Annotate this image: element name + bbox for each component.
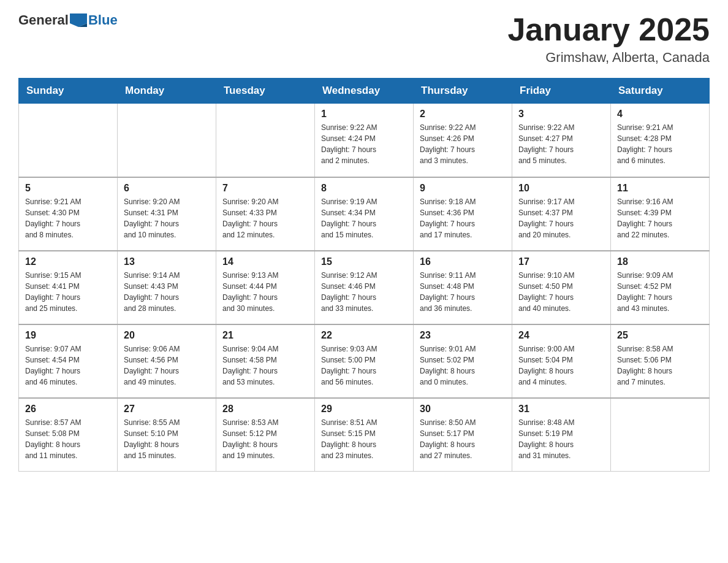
- day-number: 31: [518, 404, 604, 415]
- day-info: Sunrise: 9:20 AMSunset: 4:33 PMDaylight:…: [222, 196, 308, 240]
- calendar-day-cell: 14Sunrise: 9:13 AMSunset: 4:44 PMDayligh…: [216, 251, 315, 324]
- day-info: Sunrise: 9:22 AMSunset: 4:24 PMDaylight:…: [321, 122, 407, 166]
- day-info: Sunrise: 9:09 AMSunset: 4:52 PMDaylight:…: [617, 270, 703, 314]
- day-number: 6: [124, 183, 210, 194]
- month-title: January 2025: [507, 12, 710, 47]
- calendar-day-cell: 7Sunrise: 9:20 AMSunset: 4:33 PMDaylight…: [216, 177, 315, 251]
- calendar-day-cell: 12Sunrise: 9:15 AMSunset: 4:41 PMDayligh…: [19, 251, 118, 324]
- day-number: 11: [617, 183, 703, 194]
- day-number: 9: [420, 183, 506, 194]
- day-info: Sunrise: 9:03 AMSunset: 5:00 PMDaylight:…: [321, 343, 407, 388]
- calendar-day-cell: 22Sunrise: 9:03 AMSunset: 5:00 PMDayligh…: [315, 324, 414, 398]
- location-subtitle: Grimshaw, Alberta, Canada: [507, 50, 710, 66]
- calendar-day-cell: 3Sunrise: 9:22 AMSunset: 4:27 PMDaylight…: [512, 104, 611, 177]
- calendar-week-row: 26Sunrise: 8:57 AMSunset: 5:08 PMDayligh…: [19, 398, 710, 472]
- day-info: Sunrise: 9:14 AMSunset: 4:43 PMDaylight:…: [124, 270, 210, 314]
- calendar-day-cell: 17Sunrise: 9:10 AMSunset: 4:50 PMDayligh…: [512, 251, 611, 324]
- calendar-day-cell: 18Sunrise: 9:09 AMSunset: 4:52 PMDayligh…: [611, 251, 710, 324]
- calendar-day-cell: 19Sunrise: 9:07 AMSunset: 4:54 PMDayligh…: [19, 324, 118, 398]
- day-number: 13: [124, 256, 210, 267]
- day-info: Sunrise: 9:04 AMSunset: 4:58 PMDaylight:…: [222, 343, 308, 388]
- day-info: Sunrise: 9:15 AMSunset: 4:41 PMDaylight:…: [25, 270, 111, 314]
- day-info: Sunrise: 8:57 AMSunset: 5:08 PMDaylight:…: [25, 417, 111, 461]
- calendar-day-cell: 16Sunrise: 9:11 AMSunset: 4:48 PMDayligh…: [414, 251, 512, 324]
- calendar-day-cell: 26Sunrise: 8:57 AMSunset: 5:08 PMDayligh…: [19, 398, 118, 472]
- day-info: Sunrise: 9:12 AMSunset: 4:46 PMDaylight:…: [321, 270, 407, 314]
- day-number: 10: [518, 183, 604, 194]
- calendar-day-cell: 8Sunrise: 9:19 AMSunset: 4:34 PMDaylight…: [315, 177, 414, 251]
- day-info: Sunrise: 9:16 AMSunset: 4:39 PMDaylight:…: [617, 196, 703, 240]
- day-number: 30: [420, 404, 506, 415]
- day-number: 25: [617, 330, 703, 341]
- day-of-week-header: Friday: [512, 79, 611, 104]
- calendar-week-row: 5Sunrise: 9:21 AMSunset: 4:30 PMDaylight…: [19, 177, 710, 251]
- logo-blue-text: Blue: [88, 12, 118, 28]
- day-number: 7: [222, 183, 308, 194]
- day-info: Sunrise: 9:13 AMSunset: 4:44 PMDaylight:…: [222, 270, 308, 314]
- calendar-empty-cell: [611, 398, 710, 472]
- calendar-day-cell: 15Sunrise: 9:12 AMSunset: 4:46 PMDayligh…: [315, 251, 414, 324]
- day-number: 28: [222, 404, 308, 415]
- calendar-empty-cell: [216, 104, 315, 177]
- calendar-day-cell: 30Sunrise: 8:50 AMSunset: 5:17 PMDayligh…: [414, 398, 512, 472]
- calendar-day-cell: 11Sunrise: 9:16 AMSunset: 4:39 PMDayligh…: [611, 177, 710, 251]
- logo-general-text: General: [18, 12, 69, 28]
- page-header: General Blue January 2025 Grimshaw, Albe…: [18, 12, 710, 66]
- day-number: 12: [25, 256, 111, 267]
- day-number: 29: [321, 404, 407, 415]
- calendar-day-cell: 2Sunrise: 9:22 AMSunset: 4:26 PMDaylight…: [414, 104, 512, 177]
- calendar-week-row: 1Sunrise: 9:22 AMSunset: 4:24 PMDaylight…: [19, 104, 710, 177]
- calendar-day-cell: 27Sunrise: 8:55 AMSunset: 5:10 PMDayligh…: [118, 398, 216, 472]
- calendar-day-cell: 5Sunrise: 9:21 AMSunset: 4:30 PMDaylight…: [19, 177, 118, 251]
- day-info: Sunrise: 9:22 AMSunset: 4:27 PMDaylight:…: [518, 122, 604, 166]
- day-info: Sunrise: 9:11 AMSunset: 4:48 PMDaylight:…: [420, 270, 506, 314]
- calendar-day-cell: 28Sunrise: 8:53 AMSunset: 5:12 PMDayligh…: [216, 398, 315, 472]
- calendar-day-cell: 23Sunrise: 9:01 AMSunset: 5:02 PMDayligh…: [414, 324, 512, 398]
- day-number: 17: [518, 256, 604, 267]
- day-number: 5: [25, 183, 111, 194]
- day-info: Sunrise: 8:48 AMSunset: 5:19 PMDaylight:…: [518, 417, 604, 461]
- day-number: 4: [617, 109, 703, 120]
- day-info: Sunrise: 9:21 AMSunset: 4:30 PMDaylight:…: [25, 196, 111, 240]
- calendar-day-cell: 6Sunrise: 9:20 AMSunset: 4:31 PMDaylight…: [118, 177, 216, 251]
- day-info: Sunrise: 9:17 AMSunset: 4:37 PMDaylight:…: [518, 196, 604, 240]
- day-info: Sunrise: 8:53 AMSunset: 5:12 PMDaylight:…: [222, 417, 308, 461]
- day-number: 26: [25, 404, 111, 415]
- day-number: 14: [222, 256, 308, 267]
- calendar-day-cell: 24Sunrise: 9:00 AMSunset: 5:04 PMDayligh…: [512, 324, 611, 398]
- calendar-day-cell: 9Sunrise: 9:18 AMSunset: 4:36 PMDaylight…: [414, 177, 512, 251]
- day-info: Sunrise: 9:10 AMSunset: 4:50 PMDaylight:…: [518, 270, 604, 314]
- day-number: 15: [321, 256, 407, 267]
- day-number: 20: [124, 330, 210, 341]
- day-info: Sunrise: 8:58 AMSunset: 5:06 PMDaylight:…: [617, 343, 703, 388]
- day-number: 8: [321, 183, 407, 194]
- logo-icon: [70, 13, 87, 27]
- day-number: 16: [420, 256, 506, 267]
- day-number: 22: [321, 330, 407, 341]
- day-info: Sunrise: 8:55 AMSunset: 5:10 PMDaylight:…: [124, 417, 210, 461]
- day-info: Sunrise: 9:00 AMSunset: 5:04 PMDaylight:…: [518, 343, 604, 388]
- calendar-table: SundayMondayTuesdayWednesdayThursdayFrid…: [18, 78, 710, 472]
- day-number: 19: [25, 330, 111, 341]
- calendar-week-row: 12Sunrise: 9:15 AMSunset: 4:41 PMDayligh…: [19, 251, 710, 324]
- day-number: 1: [321, 109, 407, 120]
- calendar-day-cell: 4Sunrise: 9:21 AMSunset: 4:28 PMDaylight…: [611, 104, 710, 177]
- calendar-day-cell: 13Sunrise: 9:14 AMSunset: 4:43 PMDayligh…: [118, 251, 216, 324]
- day-of-week-header: Monday: [118, 79, 216, 104]
- day-of-week-header: Tuesday: [216, 79, 315, 104]
- calendar-day-cell: 21Sunrise: 9:04 AMSunset: 4:58 PMDayligh…: [216, 324, 315, 398]
- day-number: 27: [124, 404, 210, 415]
- calendar-empty-cell: [118, 104, 216, 177]
- calendar-header-row: SundayMondayTuesdayWednesdayThursdayFrid…: [19, 79, 710, 104]
- day-info: Sunrise: 8:50 AMSunset: 5:17 PMDaylight:…: [420, 417, 506, 461]
- day-info: Sunrise: 9:22 AMSunset: 4:26 PMDaylight:…: [420, 122, 506, 166]
- day-info: Sunrise: 8:51 AMSunset: 5:15 PMDaylight:…: [321, 417, 407, 461]
- day-number: 18: [617, 256, 703, 267]
- day-of-week-header: Sunday: [19, 79, 118, 104]
- day-info: Sunrise: 9:01 AMSunset: 5:02 PMDaylight:…: [420, 343, 506, 388]
- calendar-week-row: 19Sunrise: 9:07 AMSunset: 4:54 PMDayligh…: [19, 324, 710, 398]
- title-block: January 2025 Grimshaw, Alberta, Canada: [507, 12, 710, 66]
- day-number: 2: [420, 109, 506, 120]
- day-info: Sunrise: 9:19 AMSunset: 4:34 PMDaylight:…: [321, 196, 407, 240]
- day-info: Sunrise: 9:18 AMSunset: 4:36 PMDaylight:…: [420, 196, 506, 240]
